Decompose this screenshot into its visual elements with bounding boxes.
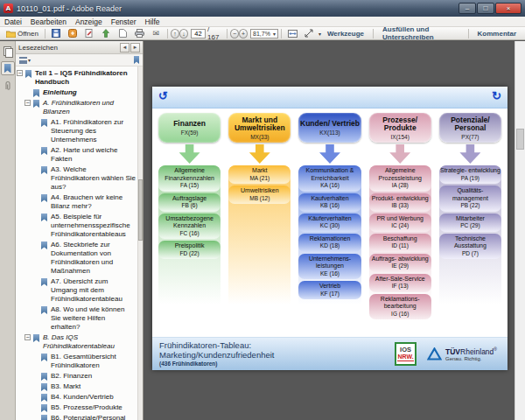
item-name: Auftragslage: [159, 195, 220, 203]
page-thumbnails-tab[interactable]: [1, 44, 15, 58]
menu-fenster[interactable]: Fenster: [107, 17, 141, 27]
document-scrollbar-thumb[interactable]: [516, 129, 524, 150]
bookmark-a5-beispiele-für-unternehmensspezifische[interactable]: A5. Beispiele für unternehmensspezifisch…: [16, 213, 136, 239]
tableau-item-kb-16[interactable]: KaufverhaltenKB (16): [298, 193, 360, 212]
sign-button[interactable]: [81, 27, 98, 40]
ausfüllen-und-unterschreiben-button[interactable]: Ausfüllen und Unterschreiben: [376, 24, 466, 42]
item-name: Umweltrisiken: [229, 187, 290, 195]
tableau-item-ia-28[interactable]: Allgemeine ProzessleistungIA (28): [369, 165, 431, 192]
kommentar-button[interactable]: Kommentar: [472, 29, 522, 38]
menu-bearbeiten[interactable]: Bearbeiten: [26, 17, 71, 27]
zoom-level-select[interactable]: 81,7% ▾: [250, 29, 278, 38]
next-page-button[interactable]: ↓: [179, 29, 188, 38]
column-header-prozesse-produkte[interactable]: Prozesse/ ProdukteIX(154): [369, 113, 431, 143]
column-header-markt-und-umweltrisiken[interactable]: Markt und UmweltrisikenMX(33): [228, 113, 290, 143]
column-header-potenziale-personal[interactable]: Potenziale/ PersonalPX(77): [439, 113, 501, 143]
print-button[interactable]: [131, 27, 148, 40]
page-footer: Frühindikatoren-Tableau: Marketing/Kunde…: [152, 337, 508, 370]
zoom-in-button[interactable]: +: [239, 29, 248, 38]
menu-hilfe[interactable]: Hilfe: [141, 17, 164, 27]
sign-pen-icon: [85, 29, 94, 38]
bookmark-options-button[interactable]: ▾: [19, 57, 31, 64]
bookmark-einleitung[interactable]: Einleitung: [16, 88, 136, 97]
expand-current-bookmark-button[interactable]: [134, 56, 139, 64]
tableau-item-ic-24[interactable]: PR und WerbungIC (24): [369, 214, 431, 232]
menu-datei[interactable]: Datei: [0, 17, 26, 27]
bookmark-b6-potenziale-personal[interactable]: B6. Potenziale/Personal: [16, 414, 136, 420]
bookmark-a1-frühindikatoren-zur-steuerung-des-unt[interactable]: A1. Frühindikatoren zur Steuerung des Un…: [16, 118, 136, 144]
toolbar-separator: [281, 29, 282, 38]
werkzeuge-button[interactable]: Werkzeuge: [321, 29, 370, 38]
down-arrow-icon: [319, 144, 340, 164]
menu-anzeige[interactable]: Anzeige: [71, 17, 107, 27]
rotate-right-icon[interactable]: ↻: [492, 89, 501, 103]
panel-collapse-right-button[interactable]: ►: [130, 43, 140, 52]
tableau-item-fc-16[interactable]: Umsatzbezogene KennzahlenFC (16): [158, 214, 220, 240]
bookmark-b1-gesamtübersicht-frühindikatoren[interactable]: B1. Gesamtübersicht Frühindikatoren: [16, 353, 136, 370]
page-number-input[interactable]: [191, 29, 206, 38]
new-document-button[interactable]: [115, 27, 131, 40]
previous-page-button[interactable]: ↑: [171, 29, 179, 38]
fit-width-button[interactable]: [284, 27, 301, 40]
tableau-item-pd-7[interactable]: Technische AusstattungPD (7): [439, 234, 501, 260]
open-button[interactable]: Öffnen: [3, 27, 42, 40]
fullscreen-button[interactable]: [301, 27, 318, 40]
tableau-item-ig-16[interactable]: Reklamations- bearbeitungIG (16): [369, 294, 431, 320]
tableau-item-ma-21[interactable]: MarktMA (21): [228, 165, 290, 184]
expander-minus-icon[interactable]: −: [24, 100, 31, 106]
minimize-button[interactable]: –: [458, 3, 476, 14]
bookmark-a6-steckbriefe-zur-dokumentation-von-frü[interactable]: A6. Steckbriefe zur Dokumentation von Fr…: [16, 241, 136, 276]
tableau-item-ie-29[interactable]: Auftrags- abwicklungIE (29): [369, 254, 431, 272]
tableau-item-ib-33[interactable]: Produkt- entwicklungIB (33): [369, 193, 431, 212]
column-header-finanzen[interactable]: FinanzenFX(59): [158, 113, 220, 143]
tableau-item-kf-17[interactable]: VertriebKF (17): [298, 281, 360, 299]
tableau-item-id-11[interactable]: BeschaffungID (11): [369, 234, 431, 252]
bookmark-teil-1-iqs-frühindikatoren-handbuch[interactable]: −Teil 1 – IQS Frühindikatoren Handbuch: [16, 69, 136, 87]
tableau-item-pb-22[interactable]: Qualitäts- managementPB (22): [439, 186, 501, 212]
column-header-kunden-vertrieb[interactable]: Kunden/ VertriebKX(113): [298, 113, 360, 143]
document-scrollbar[interactable]: [514, 41, 525, 420]
bookmark-a3-welche-frühindikatoren-wählen-sie-aus[interactable]: A3. Welche Frühindikatoren wählen Sie au…: [16, 165, 136, 192]
rotate-left-icon[interactable]: ↺: [158, 89, 168, 103]
tableau-item-fd-22[interactable]: PreispolitikFD (22): [158, 241, 220, 259]
tableau-item-pa-19[interactable]: Strategie- entwicklungPA (19): [439, 165, 501, 184]
tableau-item-kc-30[interactable]: KäuferverhaltenKC (30): [298, 214, 360, 232]
tableau-item-kd-18[interactable]: ReklamationenKD (18): [298, 234, 360, 252]
sidebar-scrollbar-thumb[interactable]: [138, 179, 143, 241]
bookmark-b4-kunden-vertrieb[interactable]: B4. Kunden/Vertrieb: [16, 393, 136, 402]
bookmark-b3-markt[interactable]: B3. Markt: [16, 382, 136, 391]
convert-pdf-button[interactable]: [65, 27, 81, 40]
tableau-item-fb-6[interactable]: AuftragslageFB (6): [158, 193, 220, 212]
bookmark-b-das-iqs-frühindikatorentableau[interactable]: −B. Das IQS Frühindikatorentableau: [16, 333, 136, 351]
bookmark-a-frühindikatoren-und-bilanzen[interactable]: −A. Frühindikatoren und Bilanzen: [16, 99, 136, 116]
attachments-tab[interactable]: [1, 79, 15, 93]
bookmark-icon: [33, 89, 39, 97]
down-arrow-icon: [459, 144, 480, 164]
panel-collapse-left-button[interactable]: ◄: [120, 43, 130, 52]
tableau-item-fa-15[interactable]: Allgemeine FinanzkennzahlenFA (15): [158, 165, 220, 192]
expander-minus-icon[interactable]: −: [24, 334, 31, 340]
expander-minus-icon[interactable]: −: [17, 70, 23, 76]
tableau-item-ka-16[interactable]: Kommunikation & ErreichbarkeitKA (16): [298, 165, 360, 192]
bookmark-a4-brauchen-wir-keine-bilanz-mehr[interactable]: A4. Brauchen wir keine Bilanz mehr?: [16, 193, 136, 211]
sidebar-scrollbar[interactable]: [137, 66, 143, 420]
printer-icon: [135, 29, 144, 38]
close-button[interactable]: ×: [495, 3, 522, 14]
maximize-button[interactable]: □: [477, 3, 494, 14]
bookmarks-tab[interactable]: [1, 61, 15, 75]
email-button[interactable]: ✉: [148, 27, 164, 40]
page-header-bar: ↺ ↻: [152, 87, 508, 108]
zoom-out-button[interactable]: −: [230, 29, 239, 38]
column-body: Strategie- entwicklungPA (19)Qualitäts- …: [439, 165, 501, 335]
bookmark-b2-finanzen[interactable]: B2. Finanzen: [16, 372, 136, 381]
bookmark-a8-wo-und-wie-können-sie-weitere-hilfen-[interactable]: A8. Wo und wie können Sie weitere Hilfen…: [16, 305, 136, 332]
bookmark-a7-übersicht-zum-umgang-mit-dem-frühindi[interactable]: A7. Übersicht zum Umgang mit dem Frühind…: [16, 277, 136, 304]
bookmark-b5-prozesse-produkte[interactable]: B5. Prozesse/Produkte: [16, 403, 136, 412]
tableau-item-pc-29[interactable]: MitarbeiterPC (29): [439, 214, 501, 232]
tableau-item-ke-16[interactable]: Unternehmens- leistungenKE (16): [298, 254, 360, 280]
bookmark-a2-harte-und-weiche-fakten[interactable]: A2. Harte und weiche Fakten: [16, 146, 136, 164]
send-file-button[interactable]: [98, 27, 115, 40]
tableau-item-if-13[interactable]: After-Sale-ServiceIF (13): [369, 274, 431, 292]
save-button[interactable]: [48, 27, 65, 40]
tableau-item-mb-12[interactable]: UmweltrisikenMB (12): [228, 186, 290, 204]
